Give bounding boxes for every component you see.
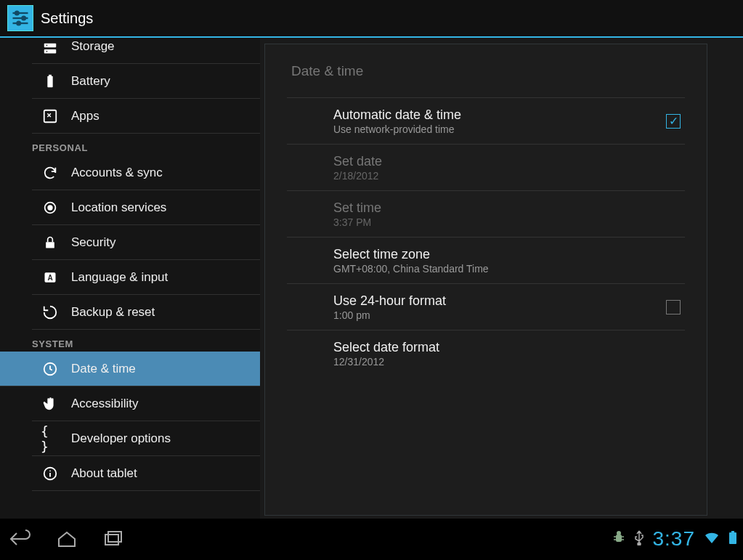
sidebar-item-label: Language & input — [71, 270, 168, 285]
svg-rect-15 — [46, 242, 54, 248]
svg-rect-11 — [49, 74, 52, 76]
sidebar-item-label: Apps — [71, 109, 100, 123]
backup-icon — [41, 303, 60, 322]
setting-title: Set date — [333, 154, 685, 169]
clock-icon — [41, 360, 60, 378]
sidebar-item-label: Date & time — [71, 362, 136, 376]
setting-title: Select date format — [333, 340, 685, 355]
content-panel: Date & time Automatic date & time Use ne… — [264, 44, 707, 516]
sidebar-item-about[interactable]: About tablet — [32, 456, 260, 491]
setting-sub: GMT+08:00, China Standard Time — [333, 263, 685, 275]
lock-icon — [41, 233, 60, 252]
svg-rect-32 — [731, 531, 734, 533]
sidebar-item-apps[interactable]: Apps — [32, 99, 260, 134]
battery-status-icon[interactable] — [728, 530, 737, 548]
sidebar-item-label: Battery — [71, 74, 110, 89]
settings-icon — [7, 5, 33, 31]
setting-date-format[interactable]: Select date format 12/31/2012 — [287, 330, 685, 377]
sidebar-item-location[interactable]: Location services — [32, 190, 260, 225]
svg-rect-10 — [47, 76, 52, 87]
svg-rect-23 — [108, 532, 121, 542]
svg-point-21 — [49, 470, 51, 471]
section-header-system: SYSTEM — [32, 330, 260, 352]
main-area: Storage Battery Apps PERSONAL Accounts &… — [0, 38, 743, 519]
setting-set-time: Set time 3:37 PM — [287, 191, 685, 238]
sidebar-item-language[interactable]: A Language & input — [32, 260, 260, 295]
app-header: Settings — [0, 0, 743, 38]
sidebar-item-storage[interactable]: Storage — [32, 38, 260, 64]
panel-title: Date & time — [287, 44, 685, 98]
setting-sub: 2/18/2012 — [333, 170, 685, 182]
sync-icon — [41, 163, 60, 182]
sidebar-item-label: Developer options — [71, 431, 171, 446]
back-button[interactable] — [6, 528, 35, 550]
svg-rect-6 — [44, 44, 57, 47]
wifi-icon[interactable] — [704, 531, 720, 547]
apps-icon — [41, 107, 60, 126]
svg-point-4 — [22, 17, 25, 20]
svg-point-25 — [617, 531, 621, 535]
android-debug-icon[interactable] — [612, 530, 625, 548]
svg-point-9 — [46, 51, 48, 52]
checkbox-unchecked[interactable] — [666, 300, 681, 315]
app-title: Settings — [41, 10, 93, 27]
setting-title: Use 24-hour format — [333, 293, 666, 309]
sidebar-item-date-time[interactable]: Date & time — [0, 352, 260, 386]
content-wrap: Date & time Automatic date & time Use ne… — [260, 38, 743, 519]
svg-point-5 — [17, 22, 20, 25]
svg-point-30 — [638, 543, 641, 545]
setting-sub: Use network-provided time — [333, 123, 666, 135]
hand-icon — [41, 394, 60, 413]
svg-point-8 — [46, 45, 48, 46]
checkbox-checked[interactable]: ✓ — [666, 114, 681, 129]
svg-point-14 — [48, 206, 52, 210]
sidebar-item-backup[interactable]: Backup & reset — [32, 295, 260, 330]
section-header-personal: PERSONAL — [32, 134, 260, 155]
sidebar-item-security[interactable]: Security — [32, 225, 260, 260]
language-icon: A — [41, 268, 60, 287]
recent-apps-button[interactable] — [99, 528, 128, 550]
setting-title: Select time zone — [333, 247, 685, 262]
svg-text:A: A — [47, 274, 52, 282]
sidebar-item-accessibility[interactable]: Accessibility — [32, 386, 260, 421]
setting-sub: 1:00 pm — [333, 309, 666, 321]
setting-set-date: Set date 2/18/2012 — [287, 145, 685, 191]
sidebar-item-label: Storage — [71, 39, 115, 54]
setting-automatic-date-time[interactable]: Automatic date & time Use network-provid… — [287, 98, 685, 145]
sidebar-item-label: Accessibility — [71, 397, 139, 411]
sidebar-item-battery[interactable]: Battery — [32, 64, 260, 99]
sidebar-item-label: Security — [71, 235, 115, 250]
system-navbar: 3:37 — [0, 519, 743, 559]
sidebar-item-label: Location services — [71, 200, 166, 215]
usb-icon[interactable] — [634, 529, 644, 548]
location-icon — [41, 198, 60, 217]
sidebar-item-label: About tablet — [71, 466, 137, 481]
setting-title: Set time — [333, 200, 685, 216]
storage-icon — [41, 39, 60, 58]
svg-rect-24 — [616, 535, 622, 542]
sidebar-item-accounts-sync[interactable]: Accounts & sync — [32, 155, 260, 190]
status-clock[interactable]: 3:37 — [653, 527, 696, 551]
svg-rect-22 — [105, 535, 118, 545]
setting-timezone[interactable]: Select time zone GMT+08:00, China Standa… — [287, 238, 685, 284]
svg-rect-31 — [729, 532, 736, 544]
sidebar-item-label: Accounts & sync — [71, 166, 163, 180]
braces-icon: { } — [41, 429, 60, 448]
sidebar-item-label: Backup & reset — [71, 305, 155, 320]
setting-sub: 3:37 PM — [333, 216, 685, 228]
setting-sub: 12/31/2012 — [333, 356, 685, 368]
home-button[interactable] — [52, 528, 81, 550]
sidebar-item-developer[interactable]: { } Developer options — [32, 421, 260, 456]
info-icon — [41, 464, 60, 483]
settings-sidebar: Storage Battery Apps PERSONAL Accounts &… — [0, 38, 260, 519]
battery-icon — [41, 72, 60, 91]
setting-24hour[interactable]: Use 24-hour format 1:00 pm — [287, 284, 685, 330]
svg-rect-7 — [44, 49, 57, 54]
setting-title: Automatic date & time — [333, 107, 666, 123]
svg-point-3 — [15, 12, 19, 15]
